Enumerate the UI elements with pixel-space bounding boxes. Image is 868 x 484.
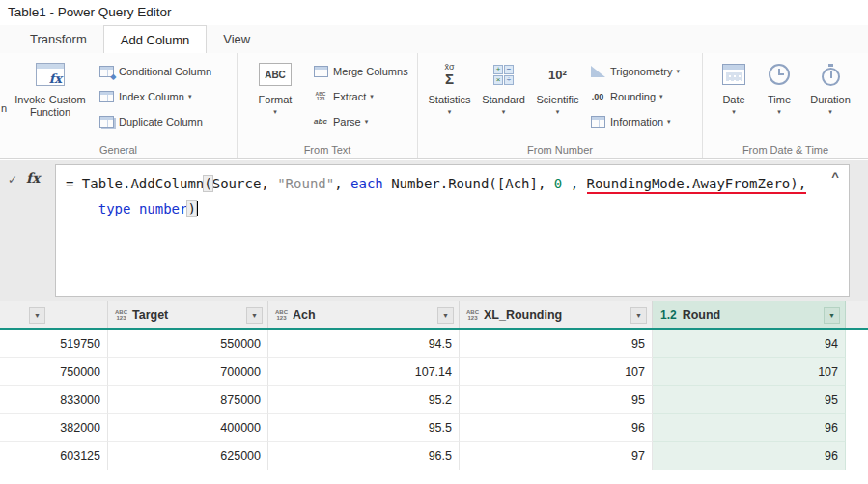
parse-button[interactable]: abc Parse: [311, 111, 408, 131]
table-cell[interactable]: 550000: [108, 330, 268, 358]
power-query-editor-window: Table1 - Power Query Editor Transform Ad…: [0, 0, 868, 484]
formula-token-red-underlined: RoundingMode.AwayFromZero: [587, 176, 791, 194]
collapse-formula-button[interactable]: ^: [826, 169, 844, 186]
fx-icon[interactable]: fx: [26, 170, 40, 185]
group-label-from-number: From Number: [418, 144, 702, 156]
scientific-icon: 10²: [548, 68, 567, 82]
formula-token: ,: [562, 176, 586, 191]
parse-icon: abc: [314, 117, 327, 126]
format-icon: ABC: [259, 63, 292, 86]
formula-code[interactable]: = Table.AddColumn(Source, "Round", each …: [56, 165, 849, 227]
filter-dropdown-button[interactable]: [437, 307, 454, 324]
table-cell[interactable]: 96.5: [268, 442, 460, 470]
group-label-from-date-time: From Date & Time: [703, 144, 868, 156]
dropdown-caret-icon: [502, 107, 506, 116]
column-type-decimal-icon[interactable]: 1.2: [660, 308, 677, 322]
rounding-button[interactable]: .00 Rounding: [588, 86, 680, 106]
table-row: 750000700000107.14107107: [0, 358, 868, 386]
table-cell[interactable]: 97: [460, 442, 653, 470]
extract-icon: ABC 123: [316, 92, 326, 101]
column-header-target[interactable]: ABC 123Target: [108, 301, 268, 328]
dropdown-caret-icon: [659, 93, 663, 100]
table-cell[interactable]: 95.2: [268, 386, 460, 414]
table-cell[interactable]: 382000: [0, 414, 108, 442]
filter-dropdown-button[interactable]: [824, 307, 840, 324]
duplicate-column-button[interactable]: Duplicate Column: [97, 111, 211, 131]
column-type-any-icon[interactable]: ABC 123: [275, 309, 288, 321]
filter-dropdown-button[interactable]: [630, 307, 647, 324]
table-row: 38200040000095.59696: [0, 414, 868, 442]
column-header-round[interactable]: 1.2Round: [653, 301, 846, 328]
table-cell[interactable]: 95.5: [268, 414, 460, 442]
information-button[interactable]: Information: [588, 111, 680, 131]
index-column-button[interactable]: Index Column: [97, 86, 211, 106]
ribbon-group-from-number: x̄σ Σ Statistics +− ×÷ Standard 10² Scie…: [418, 53, 703, 158]
table-cell[interactable]: 107: [460, 358, 653, 386]
column-type-any-icon[interactable]: ABC 123: [115, 309, 127, 321]
extract-button[interactable]: ABC 123 Extract: [311, 86, 408, 106]
table-cell[interactable]: 519750: [0, 330, 108, 358]
row-filler: [846, 330, 868, 358]
formula-token: Source,: [212, 176, 277, 191]
formula-token: type: [98, 201, 131, 216]
table-cell[interactable]: 875000: [108, 386, 268, 414]
standard-button[interactable]: +− ×÷ Standard: [477, 59, 530, 116]
table-cell[interactable]: 96: [460, 414, 653, 442]
date-button[interactable]: Date: [711, 59, 757, 116]
statistics-icon: x̄σ Σ: [444, 63, 454, 86]
merge-columns-button[interactable]: Merge Columns: [311, 61, 408, 81]
formula-token: "Round": [277, 176, 334, 191]
invoke-custom-function-button[interactable]: fx Invoke Custom Function: [8, 59, 93, 119]
commit-check-icon[interactable]: ✓: [8, 173, 17, 186]
tab-view[interactable]: View: [207, 25, 266, 53]
trigonometry-button[interactable]: Trigonometry: [588, 61, 680, 81]
table-cell[interactable]: 94: [653, 330, 846, 358]
table-cell[interactable]: 95: [460, 386, 653, 414]
tab-transform[interactable]: Transform: [14, 25, 103, 53]
tab-add-column[interactable]: Add Column: [103, 25, 208, 53]
scientific-button[interactable]: 10² Scientific: [531, 59, 584, 116]
column-header-partial[interactable]: [0, 301, 108, 328]
table-cell[interactable]: 95: [653, 386, 846, 414]
column-header-xl_rounding[interactable]: ABC 123XL_Rounding: [460, 301, 653, 328]
column-header-ach[interactable]: ABC 123Ach: [268, 301, 460, 328]
window-title: Table1 - Power Query Editor: [0, 0, 868, 25]
table-cell[interactable]: 96: [653, 442, 846, 470]
formula-token: ): [187, 201, 195, 216]
table-cell[interactable]: 750000: [0, 358, 108, 386]
table-cell[interactable]: 400000: [108, 414, 268, 442]
table-cell[interactable]: 700000: [108, 358, 268, 386]
dropdown-caret-icon: [828, 107, 832, 116]
date-icon: [722, 64, 745, 85]
table-cell[interactable]: 95: [460, 330, 653, 358]
invoke-custom-function-icon: fx: [36, 63, 65, 86]
formula-token: = Table.AddColumn: [66, 176, 204, 191]
table-row: 51975055000094.59594: [0, 330, 868, 358]
format-button[interactable]: ABC Format: [247, 59, 303, 116]
duration-icon: [822, 68, 840, 86]
statistics-button[interactable]: x̄σ Σ Statistics: [423, 59, 476, 116]
formula-input[interactable]: = Table.AddColumn(Source, "Round", each …: [55, 164, 850, 297]
duration-button[interactable]: Duration: [803, 59, 857, 116]
time-button[interactable]: Time: [757, 59, 801, 116]
filter-dropdown-button[interactable]: [29, 307, 45, 324]
table-cell[interactable]: 107: [653, 358, 846, 386]
table-cell[interactable]: 107.14: [268, 358, 460, 386]
filter-dropdown-button[interactable]: [246, 307, 263, 324]
column-type-any-icon[interactable]: ABC 123: [466, 309, 479, 321]
table-cell[interactable]: 94.5: [268, 330, 460, 358]
table-cell[interactable]: 603125: [0, 442, 108, 470]
column-name: Target: [132, 308, 168, 322]
conditional-column-button[interactable]: Conditional Column: [97, 61, 211, 81]
cropped-button-label[interactable]: n: [1, 102, 7, 114]
ribbon-group-general: n fx Invoke Custom Function Conditional …: [0, 53, 238, 158]
formula-token-red-underlined: ),: [790, 176, 806, 194]
table-cell[interactable]: 625000: [108, 442, 268, 470]
table-row: 83300087500095.29595: [0, 386, 868, 414]
table-cell[interactable]: 96: [653, 414, 846, 442]
row-filler: [846, 386, 868, 414]
invoke-custom-function-label-1: Invoke Custom: [14, 94, 85, 106]
grid-body: 51975055000094.59594750000700000107.1410…: [0, 330, 868, 470]
group-label-general: General: [0, 144, 237, 156]
table-cell[interactable]: 833000: [0, 386, 108, 414]
